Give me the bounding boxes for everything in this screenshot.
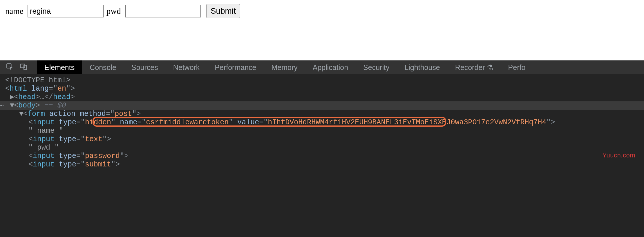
body-selected-line[interactable]: ⋯▼<body> == $0 [0,101,644,110]
tab-sources[interactable]: Sources [124,60,166,74]
tab-perfo-truncated[interactable]: Perfo [501,60,533,74]
devtools-tabbar: Elements Console Sources Network Perform… [0,60,644,74]
login-form: name pwd Submit [0,0,644,22]
text-pwd-line: " pwd " [5,143,644,152]
tab-console[interactable]: Console [82,60,124,74]
tab-recorder[interactable]: Recorder⚗ [448,60,501,74]
html-open-line[interactable]: <html lang="en"> [5,85,644,93]
pwd-input[interactable] [125,5,201,17]
password-input-line[interactable]: <input type="password"> [5,152,644,160]
doctype-line: <!DOCTYPE html> [5,76,644,85]
flask-icon: ⚗ [487,63,493,72]
dom-tree[interactable]: <!DOCTYPE html> <html lang="en"> ▶<head>… [0,74,644,169]
watermark: Yuucn.com [603,152,635,159]
separator [35,63,35,71]
text-input-line[interactable]: <input type="text"> [5,135,644,143]
tab-security[interactable]: Security [356,60,397,74]
name-input[interactable] [28,5,104,17]
tab-memory[interactable]: Memory [264,60,305,74]
head-collapsed-line[interactable]: ▶<head>…</head> [5,93,644,101]
devtools-panel: Elements Console Sources Network Perform… [0,60,644,237]
tab-network[interactable]: Network [166,60,207,74]
tab-lighthouse[interactable]: Lighthouse [397,60,447,74]
tab-elements[interactable]: Elements [37,60,82,74]
pwd-label: pwd [106,6,121,16]
inspect-icon[interactable] [6,63,13,72]
tab-performance[interactable]: Performance [207,60,264,74]
form-open-line[interactable]: ▼<form action method="post"> [5,110,644,118]
submit-button[interactable]: Submit [206,4,240,18]
tab-application[interactable]: Application [305,60,356,74]
submit-input-line[interactable]: <input type="submit"> [5,160,644,169]
hidden-input-line[interactable]: <input type="hidden" name="csrfmiddlewar… [5,118,644,127]
text-name-line: " name " [5,127,644,135]
device-toggle-icon[interactable] [20,63,27,72]
name-label: name [5,6,23,16]
